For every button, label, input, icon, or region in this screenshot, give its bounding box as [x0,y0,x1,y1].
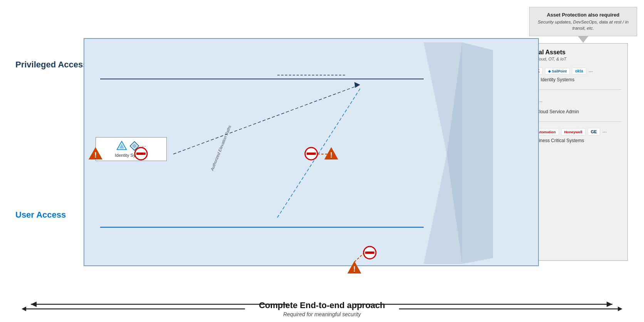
svg-rect-47 [261,221,267,223]
bca-identity-logos: ◆ Ping CYBERARK ◆ SailPoint okta ··· [494,67,621,75]
user-interface-icon-box: Interface [401,209,443,235]
svg-rect-23 [122,61,132,68]
svg-rect-32 [336,62,354,68]
priv-intermediaries-icon [332,59,357,80]
logo-more-2: ··· [538,98,543,104]
identity-systems-box: ··· Identity Systems [96,137,167,161]
svg-rect-56 [411,210,418,229]
svg-point-46 [262,214,267,220]
logo-sailpoint: ◆ SailPoint [545,68,570,75]
logo-more-1: ··· [589,68,593,74]
bca-panel: Business Critical Assets Across On-Premi… [487,43,628,261]
user-interface-label: Interface [413,230,431,235]
bca-bcs-section: ABB ◆ Rockwell Automation Honeywell GE ·… [494,128,621,143]
svg-rect-20 [119,73,123,75]
svg-text:G: G [529,99,532,104]
priv-account-icon [257,61,278,80]
bca-title: Business Critical Assets [494,49,621,56]
bca-subtitle: Across On-Premises, Cloud, OT, & IoT [494,57,621,61]
svg-marker-80 [618,307,622,311]
logo-more-3: ··· [602,129,607,135]
svg-marker-13 [447,42,493,264]
svg-rect-37 [411,60,418,79]
user-access-label: User Access [15,210,66,220]
azure-logo [494,96,506,107]
bca-divider-2 [494,121,621,122]
user-devices-icon [110,210,135,231]
user-devices-label: Devices/Workstations [101,231,144,236]
bottom-text-block: Complete End-to-end approach Required fo… [249,300,395,317]
elevation-paths-text: Authorized Elevation Paths [210,124,232,171]
logo-ping: ◆ Ping [494,67,512,75]
svg-text:!: ! [94,151,97,159]
bottom-section: Complete End-to-end approach Required fo… [0,300,644,319]
user-account-icon-box: Account [247,210,289,234]
priv-devices-icon-box: Devices/Workstations [99,60,146,86]
bca-bcs-logos: ABB ◆ Rockwell Automation Honeywell GE ·… [494,128,621,136]
svg-text:!: ! [353,265,356,273]
user-devices-icon-box: Devices/Workstations [99,210,146,236]
privileged-access-label: Privileged Access [15,60,88,70]
user-intermediaries-label: Intermediaries [331,230,359,235]
svg-rect-40 [119,223,123,225]
user-account-icon [257,210,278,229]
user-account-label: Account [260,229,276,234]
priv-account-icon-box: Account [247,61,289,85]
svg-rect-49 [268,218,273,219]
right-arrow [395,305,626,313]
priv-interface-icon [409,59,434,80]
priv-devices-label: Devices/Workstations [101,81,144,86]
bottom-subtitle: Required for meaningful security [249,311,395,317]
callout-title: Asset Protection also required [537,12,630,18]
svg-point-27 [262,65,267,70]
no-entry-bottom [363,246,377,261]
warning-right: ! [324,146,339,162]
svg-rect-33 [336,69,354,75]
svg-marker-78 [22,307,26,311]
logo-honeywell: Honeywell [561,128,585,136]
gcp-logo: G [525,96,536,107]
bca-identity-section: ◆ Ping CYBERARK ◆ SailPoint okta ··· Ide… [494,67,621,82]
azure-identity-icon [116,141,127,151]
logo-rockwell: ◆ Rockwell Automation [512,128,559,136]
bottom-title: Complete End-to-end approach [249,300,395,310]
priv-interface-icon-box: Interface [401,59,443,84]
priv-intermediaries-label: Intermediaries [331,80,359,84]
bca-cloud-label: Cloud Service Admin [494,109,621,114]
svg-rect-30 [268,69,273,70]
asset-protection-callout: Asset Protection also required Security … [529,7,637,36]
user-intermediaries-icon [332,209,357,230]
svg-rect-52 [336,220,354,225]
callout-subtitle: Security updates, DevSecOps, data at res… [537,19,630,31]
svg-rect-62 [136,153,146,155]
bca-cloud-section: aws G ··· Cloud Service Admin [494,96,621,114]
logo-cyberark: CYBERARK [515,67,543,75]
left-arrow [18,305,249,313]
svg-rect-24 [125,69,128,70]
svg-rect-43 [122,211,132,218]
svg-rect-41 [116,225,126,226]
priv-account-label: Account [260,80,276,85]
user-intermediaries-icon-box: Intermediaries [320,209,370,235]
user-interface-icon [409,209,434,230]
svg-line-8 [277,89,360,218]
logo-ge: GE [588,128,600,136]
svg-rect-64 [307,153,316,155]
bca-bcs-label: Business Critical Systems [494,138,621,143]
priv-intermediaries-icon-box: Intermediaries [320,59,370,84]
svg-rect-28 [261,72,267,74]
svg-rect-66 [365,252,374,254]
svg-rect-29 [268,67,275,68]
svg-rect-21 [116,75,126,76]
svg-rect-51 [336,213,354,218]
no-entry-left [134,147,148,162]
svg-marker-74 [495,97,501,106]
logo-abb: ABB [494,128,509,136]
svg-rect-48 [268,216,275,217]
bca-divider-1 [494,89,621,90]
no-entry-right-mid [304,147,318,162]
bottom-arrows-row: Complete End-to-end approach Required fo… [0,300,644,317]
svg-text:!: ! [330,151,333,159]
bca-cloud-logos: aws G ··· [494,96,621,107]
priv-interface-label: Interface [413,80,431,84]
